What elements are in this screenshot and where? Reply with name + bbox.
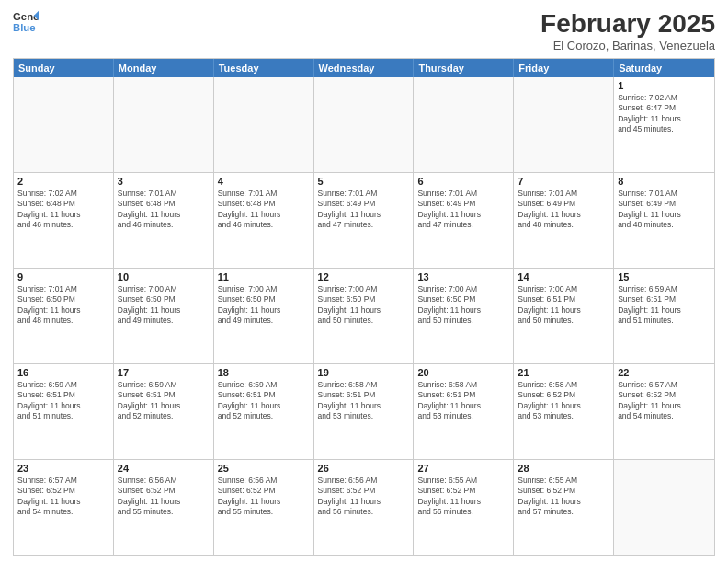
day-cell-11: 11Sunrise: 7:00 AM Sunset: 6:50 PM Dayli… xyxy=(214,269,314,363)
day-number: 25 xyxy=(218,463,310,474)
day-cell-25: 25Sunrise: 6:56 AM Sunset: 6:52 PM Dayli… xyxy=(214,460,314,555)
calendar-row-2: 9Sunrise: 7:01 AM Sunset: 6:50 PM Daylig… xyxy=(14,268,714,363)
day-info: Sunrise: 7:01 AM Sunset: 6:49 PM Dayligh… xyxy=(518,189,609,231)
empty-cell-4-6 xyxy=(614,460,714,555)
weekday-header-monday: Monday xyxy=(114,59,214,77)
empty-cell-0-5 xyxy=(514,77,614,172)
calendar-row-0: 1Sunrise: 7:02 AM Sunset: 6:47 PM Daylig… xyxy=(14,77,714,172)
calendar: SundayMondayTuesdayWednesdayThursdayFrid… xyxy=(13,58,715,556)
day-number: 18 xyxy=(218,367,310,378)
day-number: 8 xyxy=(618,176,711,187)
day-info: Sunrise: 6:59 AM Sunset: 6:51 PM Dayligh… xyxy=(118,380,210,422)
title-block: February 2025 El Corozo, Barinas, Venezu… xyxy=(540,9,715,52)
day-number: 22 xyxy=(618,367,711,378)
calendar-body: 1Sunrise: 7:02 AM Sunset: 6:47 PM Daylig… xyxy=(14,77,714,555)
day-number: 19 xyxy=(318,367,410,378)
day-info: Sunrise: 7:01 AM Sunset: 6:49 PM Dayligh… xyxy=(417,189,509,231)
day-number: 4 xyxy=(218,176,310,187)
day-number: 13 xyxy=(417,271,509,282)
day-number: 7 xyxy=(518,176,609,187)
empty-cell-0-1 xyxy=(114,77,214,172)
month-year: February 2025 xyxy=(540,9,715,39)
calendar-row-1: 2Sunrise: 7:02 AM Sunset: 6:48 PM Daylig… xyxy=(14,172,714,268)
day-cell-4: 4Sunrise: 7:01 AM Sunset: 6:48 PM Daylig… xyxy=(214,173,314,268)
day-cell-10: 10Sunrise: 7:00 AM Sunset: 6:50 PM Dayli… xyxy=(114,269,214,363)
day-number: 23 xyxy=(17,463,109,474)
day-info: Sunrise: 7:01 AM Sunset: 6:49 PM Dayligh… xyxy=(318,189,410,231)
day-info: Sunrise: 7:00 AM Sunset: 6:51 PM Dayligh… xyxy=(518,284,609,327)
weekday-header-friday: Friday xyxy=(514,59,614,77)
day-info: Sunrise: 6:59 AM Sunset: 6:51 PM Dayligh… xyxy=(17,380,109,422)
calendar-row-3: 16Sunrise: 6:59 AM Sunset: 6:51 PM Dayli… xyxy=(14,363,714,459)
weekday-header-thursday: Thursday xyxy=(414,59,514,77)
day-info: Sunrise: 6:55 AM Sunset: 6:52 PM Dayligh… xyxy=(417,476,509,518)
day-cell-8: 8Sunrise: 7:01 AM Sunset: 6:49 PM Daylig… xyxy=(614,173,714,268)
page: General Blue February 2025 El Corozo, Ba… xyxy=(0,0,728,563)
empty-cell-0-2 xyxy=(214,77,314,172)
day-info: Sunrise: 6:56 AM Sunset: 6:52 PM Dayligh… xyxy=(318,476,410,518)
day-cell-12: 12Sunrise: 7:00 AM Sunset: 6:50 PM Dayli… xyxy=(314,269,415,363)
day-number: 3 xyxy=(118,176,210,187)
day-info: Sunrise: 6:58 AM Sunset: 6:51 PM Dayligh… xyxy=(417,380,509,422)
day-cell-9: 9Sunrise: 7:01 AM Sunset: 6:50 PM Daylig… xyxy=(14,269,114,363)
day-cell-3: 3Sunrise: 7:01 AM Sunset: 6:48 PM Daylig… xyxy=(114,173,214,268)
day-cell-21: 21Sunrise: 6:58 AM Sunset: 6:52 PM Dayli… xyxy=(514,364,614,459)
day-cell-20: 20Sunrise: 6:58 AM Sunset: 6:51 PM Dayli… xyxy=(414,364,514,459)
day-number: 21 xyxy=(518,367,609,378)
day-number: 5 xyxy=(318,176,410,187)
day-number: 9 xyxy=(17,271,109,282)
day-info: Sunrise: 7:01 AM Sunset: 6:50 PM Dayligh… xyxy=(17,284,109,327)
day-number: 28 xyxy=(518,463,609,474)
weekday-header-wednesday: Wednesday xyxy=(314,59,415,77)
day-info: Sunrise: 7:02 AM Sunset: 6:47 PM Dayligh… xyxy=(618,93,711,135)
calendar-row-4: 23Sunrise: 6:57 AM Sunset: 6:52 PM Dayli… xyxy=(14,459,714,555)
day-cell-16: 16Sunrise: 6:59 AM Sunset: 6:51 PM Dayli… xyxy=(14,364,114,459)
logo: General Blue xyxy=(13,9,39,35)
day-info: Sunrise: 7:01 AM Sunset: 6:48 PM Dayligh… xyxy=(118,189,210,231)
day-cell-13: 13Sunrise: 7:00 AM Sunset: 6:50 PM Dayli… xyxy=(414,269,514,363)
calendar-header: SundayMondayTuesdayWednesdayThursdayFrid… xyxy=(14,59,714,77)
day-cell-14: 14Sunrise: 7:00 AM Sunset: 6:51 PM Dayli… xyxy=(514,269,614,363)
day-info: Sunrise: 6:59 AM Sunset: 6:51 PM Dayligh… xyxy=(218,380,310,422)
day-info: Sunrise: 6:56 AM Sunset: 6:52 PM Dayligh… xyxy=(218,476,310,518)
day-number: 12 xyxy=(318,271,410,282)
day-number: 15 xyxy=(618,271,711,282)
day-info: Sunrise: 6:59 AM Sunset: 6:51 PM Dayligh… xyxy=(618,284,711,327)
day-number: 11 xyxy=(218,271,310,282)
day-cell-2: 2Sunrise: 7:02 AM Sunset: 6:48 PM Daylig… xyxy=(14,173,114,268)
day-info: Sunrise: 6:57 AM Sunset: 6:52 PM Dayligh… xyxy=(618,380,711,422)
day-number: 17 xyxy=(118,367,210,378)
logo-icon: General Blue xyxy=(13,9,39,35)
day-info: Sunrise: 7:00 AM Sunset: 6:50 PM Dayligh… xyxy=(318,284,410,327)
day-number: 24 xyxy=(118,463,210,474)
day-cell-27: 27Sunrise: 6:55 AM Sunset: 6:52 PM Dayli… xyxy=(414,460,514,555)
day-cell-6: 6Sunrise: 7:01 AM Sunset: 6:49 PM Daylig… xyxy=(414,173,514,268)
weekday-header-saturday: Saturday xyxy=(614,59,714,77)
svg-text:Blue: Blue xyxy=(13,22,36,33)
weekday-header-tuesday: Tuesday xyxy=(214,59,314,77)
day-info: Sunrise: 7:00 AM Sunset: 6:50 PM Dayligh… xyxy=(218,284,310,327)
day-info: Sunrise: 6:57 AM Sunset: 6:52 PM Dayligh… xyxy=(17,476,109,518)
day-cell-1: 1Sunrise: 7:02 AM Sunset: 6:47 PM Daylig… xyxy=(614,77,714,172)
day-cell-15: 15Sunrise: 6:59 AM Sunset: 6:51 PM Dayli… xyxy=(614,269,714,363)
day-cell-22: 22Sunrise: 6:57 AM Sunset: 6:52 PM Dayli… xyxy=(614,364,714,459)
day-number: 6 xyxy=(417,176,509,187)
day-number: 27 xyxy=(417,463,509,474)
day-cell-18: 18Sunrise: 6:59 AM Sunset: 6:51 PM Dayli… xyxy=(214,364,314,459)
day-cell-19: 19Sunrise: 6:58 AM Sunset: 6:51 PM Dayli… xyxy=(314,364,415,459)
day-info: Sunrise: 6:55 AM Sunset: 6:52 PM Dayligh… xyxy=(518,476,609,518)
header: General Blue February 2025 El Corozo, Ba… xyxy=(13,9,715,52)
day-info: Sunrise: 6:58 AM Sunset: 6:51 PM Dayligh… xyxy=(318,380,410,422)
day-info: Sunrise: 6:58 AM Sunset: 6:52 PM Dayligh… xyxy=(518,380,609,422)
day-cell-23: 23Sunrise: 6:57 AM Sunset: 6:52 PM Dayli… xyxy=(14,460,114,555)
day-number: 26 xyxy=(318,463,410,474)
day-cell-26: 26Sunrise: 6:56 AM Sunset: 6:52 PM Dayli… xyxy=(314,460,415,555)
weekday-header-sunday: Sunday xyxy=(14,59,114,77)
empty-cell-0-0 xyxy=(14,77,114,172)
day-number: 2 xyxy=(17,176,109,187)
empty-cell-0-4 xyxy=(414,77,514,172)
day-cell-5: 5Sunrise: 7:01 AM Sunset: 6:49 PM Daylig… xyxy=(314,173,415,268)
day-cell-17: 17Sunrise: 6:59 AM Sunset: 6:51 PM Dayli… xyxy=(114,364,214,459)
day-info: Sunrise: 7:01 AM Sunset: 6:49 PM Dayligh… xyxy=(618,189,711,231)
day-number: 10 xyxy=(118,271,210,282)
